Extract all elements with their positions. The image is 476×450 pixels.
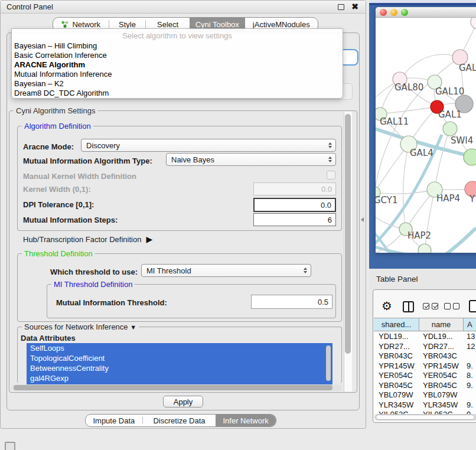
mac-zoom-button[interactable] xyxy=(401,9,408,16)
table-row[interactable]: YPR145WYPR145W9. xyxy=(374,361,476,371)
table-panel-title: Table Panel xyxy=(376,275,418,283)
unchecked-box-icon[interactable] xyxy=(453,303,459,309)
node-label: GAL10 xyxy=(435,86,464,97)
dropdown-prompt: Select algorithm to view settings xyxy=(12,31,343,41)
which-threshold-combobox[interactable]: MI Threshold xyxy=(141,264,311,277)
tab-label: Infer Network xyxy=(223,416,269,425)
dropdown-item[interactable]: Bayesian – K2 xyxy=(12,79,343,89)
data-attributes-label: Data Attributes xyxy=(21,334,76,343)
mi-algorithm-type-combobox[interactable]: Naive Bayes xyxy=(166,153,336,166)
spinner-arrows-icon xyxy=(328,142,332,148)
column-header-shared[interactable]: shared... xyxy=(374,318,419,331)
close-icon[interactable]: ✖ xyxy=(351,2,358,11)
panel-page-icon[interactable] xyxy=(469,300,476,312)
aracne-mode-value: Discovery xyxy=(86,141,120,150)
node-label: GAL1 xyxy=(438,109,462,120)
tab-discretize-data[interactable]: Discretize Data xyxy=(143,415,216,426)
control-panel-window: Control Panel ✖ Network Style xyxy=(0,0,366,429)
mi-steps-value: 6 xyxy=(328,216,332,224)
list-item[interactable]: TopologicalCoefficient xyxy=(27,353,332,363)
network-window-titlebar[interactable] xyxy=(376,7,476,18)
table-row[interactable]: YLR345WYLR345W9. xyxy=(374,400,476,410)
float-window-icon[interactable] xyxy=(338,4,344,10)
threshold-definition-legend: Threshold Definition xyxy=(22,250,95,258)
settings-hscrollbar-thumb[interactable] xyxy=(14,385,332,390)
kernel-width-value: 0.0 xyxy=(321,185,332,194)
dropdown-item[interactable]: Basic Correlation Inference xyxy=(12,51,343,60)
network-icon xyxy=(61,21,69,28)
tab-impute-data[interactable]: Impute Data xyxy=(86,415,142,426)
node-label: HAP4 xyxy=(436,193,460,204)
table-header: shared... name A xyxy=(374,318,476,331)
unchecked-box-icon[interactable] xyxy=(444,303,451,309)
settings-vscrollbar-thumb[interactable] xyxy=(345,114,351,354)
sources-legend-text: Sources for Network Inference xyxy=(24,322,128,331)
mac-close-button[interactable] xyxy=(380,9,387,16)
column-header-partial[interactable]: A xyxy=(464,318,476,331)
tab-label: Discretize Data xyxy=(153,416,205,425)
tab-infer-network[interactable]: Infer Network xyxy=(216,415,276,426)
minimized-panel-icon[interactable] xyxy=(5,442,15,450)
mi-steps-input[interactable]: 6 xyxy=(253,213,336,226)
table-row[interactable]: YBR045CYBR045C9. xyxy=(374,381,476,391)
gear-icon[interactable]: ⚙ xyxy=(382,300,392,312)
dpi-tolerance-label: DPI Tolerance [0,1]: xyxy=(23,200,94,209)
kernel-width-label: Kernel Width (0,1): xyxy=(23,185,91,194)
table-row[interactable]: YDR27...YDR27...12 xyxy=(374,342,476,352)
column-header-name[interactable]: name xyxy=(419,318,464,331)
dpi-tolerance-input[interactable]: 0.0 xyxy=(253,198,336,212)
expand-arrow-icon[interactable]: ▶ xyxy=(146,234,152,244)
mac-minimize-button[interactable] xyxy=(390,9,397,16)
panel-splitter-grip[interactable] xyxy=(361,217,364,222)
split-columns-icon[interactable] xyxy=(403,301,414,312)
which-threshold-label: Which threshold to use: xyxy=(50,268,138,276)
manual-kernel-width-checkbox[interactable] xyxy=(327,171,335,180)
list-item[interactable]: BetweennessCentrality xyxy=(27,363,332,373)
dropdown-item[interactable]: Bayesian – Hill Climbing xyxy=(12,41,343,51)
hub-definition-row[interactable]: Hub/Transcription Factor Definition ▶ xyxy=(23,234,152,244)
control-panel-titlebar: Control Panel ✖ xyxy=(1,1,366,14)
node-label: GAL4 xyxy=(410,148,433,158)
list-scrollbar-thumb[interactable] xyxy=(326,345,331,381)
table-row[interactable]: YIL052CYIL052C9 xyxy=(374,410,476,414)
table-row[interactable]: YDL19...YDL19...13 xyxy=(374,332,476,342)
tab-label: Style xyxy=(119,20,136,29)
network-canvas[interactable]: GAL GAL80 GAL10 GAL1 GAL11 SWI4 GAL4 GCY… xyxy=(376,18,476,253)
table-hscrollbar-thumb[interactable] xyxy=(376,415,475,420)
node-swi4[interactable] xyxy=(464,149,476,165)
dropdown-item[interactable]: Mutual Information Inference xyxy=(12,70,343,79)
data-attributes-list: SelfLoops TopologicalCoefficient Between… xyxy=(27,343,332,384)
list-item[interactable]: SelfLoops xyxy=(27,343,332,353)
table-row[interactable]: YER054CYER054C8. xyxy=(374,371,476,381)
apply-button[interactable]: Apply xyxy=(163,396,203,407)
desktop-top-line xyxy=(369,3,476,5)
table-row[interactable]: YBR043CYBR043C xyxy=(374,351,476,361)
tab-label: Impute Data xyxy=(93,416,135,425)
node-bottom[interactable] xyxy=(418,244,431,253)
node-label: HAP2 xyxy=(407,230,431,241)
tab-label: Select xyxy=(157,20,178,29)
dropdown-item-selected[interactable]: ARACNE Algorithm xyxy=(12,60,343,70)
kernel-width-input[interactable]: 0.0 xyxy=(253,182,336,195)
table-row[interactable]: YBL079WYBL079W xyxy=(374,390,476,400)
column-header-label: name xyxy=(432,320,451,329)
node-green-mid[interactable] xyxy=(443,122,457,136)
tab-label: Network xyxy=(72,20,100,29)
tab-label: Cyni Toolbox xyxy=(195,20,239,29)
mi-threshold-label: Mutual Information Threshold: xyxy=(56,298,167,307)
network-node-labels: GAL GAL80 GAL10 GAL1 GAL11 SWI4 GAL4 GCY… xyxy=(376,63,476,241)
node-partial-top[interactable] xyxy=(471,18,476,29)
checked-box-icon[interactable] xyxy=(423,303,429,309)
table-body: YDL19...YDL19...13 YDR27...YDR27...12 YB… xyxy=(374,332,476,414)
table-panel-window: ⚙ shared... name A YDL19...YDL19...13 YD xyxy=(373,289,476,423)
dropdown-item[interactable]: Dream8 DC_TDC Algorithm xyxy=(12,89,343,98)
aracne-mode-combobox[interactable]: Discovery xyxy=(81,139,336,152)
list-item[interactable]: gal4RGexp xyxy=(27,373,332,383)
column-header-label: A xyxy=(467,320,472,329)
checked-box-icon[interactable] xyxy=(432,303,438,309)
manual-kernel-width-label: Manual Kernel Width Definition xyxy=(23,172,136,181)
collapse-arrow-icon[interactable]: ▼ xyxy=(130,324,136,331)
mi-threshold-input[interactable]: 0.5 xyxy=(251,295,332,309)
mi-steps-label: Mutual Information Steps: xyxy=(23,216,118,224)
algorithm-dropdown: Select algorithm to view settings Bayesi… xyxy=(11,28,343,99)
